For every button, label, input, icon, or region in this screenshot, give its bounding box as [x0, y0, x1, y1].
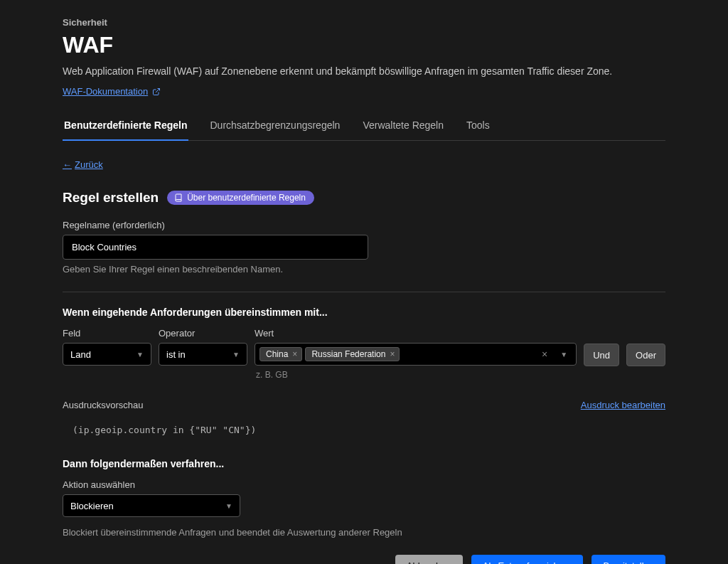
- expression-preview: (ip.geoip.country in {"RU" "CN"}): [63, 417, 665, 442]
- value-tag: China ×: [259, 347, 302, 361]
- tab-rate-limiting[interactable]: Durchsatzbegrenzungsregeln: [208, 112, 341, 141]
- rule-name-helper: Geben Sie Ihrer Regel einen beschreibend…: [63, 264, 665, 275]
- page-description: Web Application Firewall (WAF) auf Zonen…: [63, 64, 665, 79]
- action-helper: Blockiert übereinstimmende Anfragen und …: [63, 527, 665, 538]
- waf-doc-link[interactable]: WAF-Dokumentation: [63, 86, 161, 97]
- svg-line-0: [156, 88, 160, 92]
- chevron-down-icon: ▼: [225, 502, 232, 510]
- about-custom-rules-pill[interactable]: Über benutzerdefinierte Regeln: [167, 191, 314, 205]
- operator-select-value: ist in: [166, 349, 186, 360]
- tab-tools[interactable]: Tools: [465, 112, 491, 141]
- external-link-icon: [152, 87, 161, 96]
- remove-tag-icon[interactable]: ×: [390, 349, 395, 359]
- edit-expression-link[interactable]: Ausdruck bearbeiten: [581, 400, 665, 410]
- match-heading: Wenn eingehende Anforderungen übereinsti…: [63, 307, 665, 318]
- chevron-down-icon: ▼: [560, 351, 567, 358]
- page-title: WAF: [63, 32, 665, 58]
- field-label: Feld: [63, 328, 151, 339]
- value-tag-label: China: [266, 349, 288, 359]
- expression-preview-label: Ausdrucksvorschau: [63, 400, 143, 410]
- condition-row: Feld Land ▼ Operator ist in ▼ Wert China…: [63, 328, 665, 380]
- remove-tag-icon[interactable]: ×: [292, 349, 297, 359]
- action-select-value: Blockieren: [70, 501, 114, 511]
- operator-select[interactable]: ist in ▼: [159, 343, 247, 366]
- value-tags-input[interactable]: China × Russian Federation × × ▼: [255, 343, 577, 366]
- action-label: Aktion auswählen: [63, 479, 665, 490]
- then-heading: Dann folgendermaßen verfahren...: [63, 458, 665, 469]
- value-label: Wert: [255, 328, 577, 339]
- book-icon: [174, 193, 183, 202]
- chevron-down-icon: ▼: [136, 351, 144, 358]
- and-button[interactable]: Und: [584, 344, 619, 366]
- clear-all-icon[interactable]: ×: [542, 348, 547, 360]
- chevron-down-icon: ▼: [232, 351, 240, 358]
- or-button[interactable]: Oder: [626, 344, 665, 366]
- about-custom-rules-label: Über benutzerdefinierte Regeln: [187, 193, 306, 203]
- tabs: Benutzerdefinierte Regeln Durchsatzbegre…: [63, 112, 665, 141]
- value-tag: Russian Federation ×: [305, 347, 400, 361]
- tab-custom-rules[interactable]: Benutzerdefinierte Regeln: [63, 112, 188, 141]
- cancel-button[interactable]: Abbrechen: [395, 555, 463, 564]
- value-example: z. B. GB: [256, 370, 577, 380]
- field-select[interactable]: Land ▼: [63, 343, 151, 366]
- save-draft-button[interactable]: Als Entwurf speichern: [471, 555, 584, 564]
- breadcrumb: Sicherheit: [63, 17, 665, 28]
- create-rule-title: Regel erstellen: [63, 190, 159, 206]
- operator-label: Operator: [159, 328, 247, 339]
- value-tag-label: Russian Federation: [311, 349, 385, 359]
- divider: [63, 292, 665, 292]
- deploy-button[interactable]: Bereitstellen: [592, 555, 665, 564]
- rule-name-input[interactable]: [63, 235, 368, 260]
- rule-name-label: Regelname (erforderlich): [63, 220, 665, 230]
- waf-doc-link-label: WAF-Dokumentation: [63, 86, 148, 97]
- back-link[interactable]: Zurück: [63, 159, 103, 170]
- field-select-value: Land: [70, 349, 91, 360]
- action-select[interactable]: Blockieren ▼: [63, 494, 240, 517]
- tab-managed-rules[interactable]: Verwaltete Regeln: [361, 112, 445, 141]
